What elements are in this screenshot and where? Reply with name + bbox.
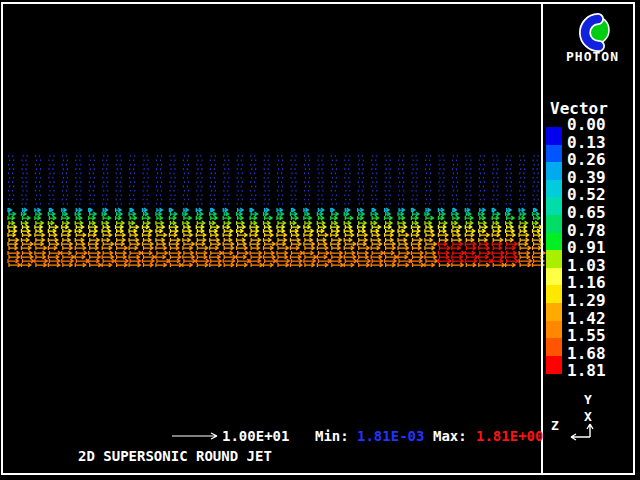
- axis-x-label: X: [584, 409, 592, 424]
- app-title: PHOTON: [566, 49, 619, 64]
- legend-tick-label: 0.91: [567, 239, 606, 257]
- legend-tick-label: 1.16: [567, 274, 606, 292]
- legend-tick-label: 0.52: [567, 186, 606, 204]
- legend-swatch: [546, 215, 562, 233]
- legend-tick-label: 1.42: [567, 310, 606, 328]
- sidebar-divider: [541, 2, 543, 475]
- legend-tick-label: 1.55: [567, 327, 606, 345]
- legend-swatch: [546, 338, 562, 356]
- legend-swatch: [546, 285, 562, 303]
- legend-tick-label: 1.03: [567, 257, 606, 275]
- legend-swatch: [546, 268, 562, 286]
- legend-tick-label: 0.65: [567, 204, 606, 222]
- legend-tick-label: 1.81: [567, 362, 606, 380]
- reference-vector-value: 1.00E+01: [222, 428, 289, 444]
- legend-tick-label: 1.29: [567, 292, 606, 310]
- legend-swatch: [546, 197, 562, 215]
- photon-window: PHOTON Vector Y X Z 1.00E+01 Min: 1.81E-…: [0, 0, 640, 480]
- window-border: [1, 2, 635, 475]
- legend-swatch: [546, 303, 562, 321]
- axis-y-label: Y: [584, 392, 592, 407]
- photon-logo-icon: [568, 11, 612, 53]
- plot-title: 2D SUPERSONIC ROUND JET: [78, 448, 272, 464]
- legend-tick-label: 0.39: [567, 169, 606, 187]
- legend-swatch: [546, 180, 562, 198]
- max-label: Max:: [433, 428, 467, 444]
- legend-tick-label: 0.78: [567, 222, 606, 240]
- axis-z-label: Z: [551, 418, 559, 433]
- min-value: 1.81E-03: [357, 428, 424, 444]
- legend-swatch: [546, 145, 562, 163]
- legend-tick-label: 0.26: [567, 151, 606, 169]
- legend-swatch: [546, 250, 562, 268]
- legend-swatch: [546, 127, 562, 145]
- legend-tick-label: 0.00: [567, 116, 606, 134]
- legend-swatch: [546, 321, 562, 339]
- legend-swatch: [546, 162, 562, 180]
- min-label: Min:: [315, 428, 349, 444]
- legend-tick-label: 1.68: [567, 345, 606, 363]
- legend-swatch: [546, 356, 562, 374]
- legend-swatch: [546, 233, 562, 251]
- legend-tick-label: 0.13: [567, 134, 606, 152]
- reference-arrow-icon: [171, 429, 221, 442]
- max-value: 1.81E+00: [476, 428, 543, 444]
- axis-triad-icon: [560, 415, 605, 443]
